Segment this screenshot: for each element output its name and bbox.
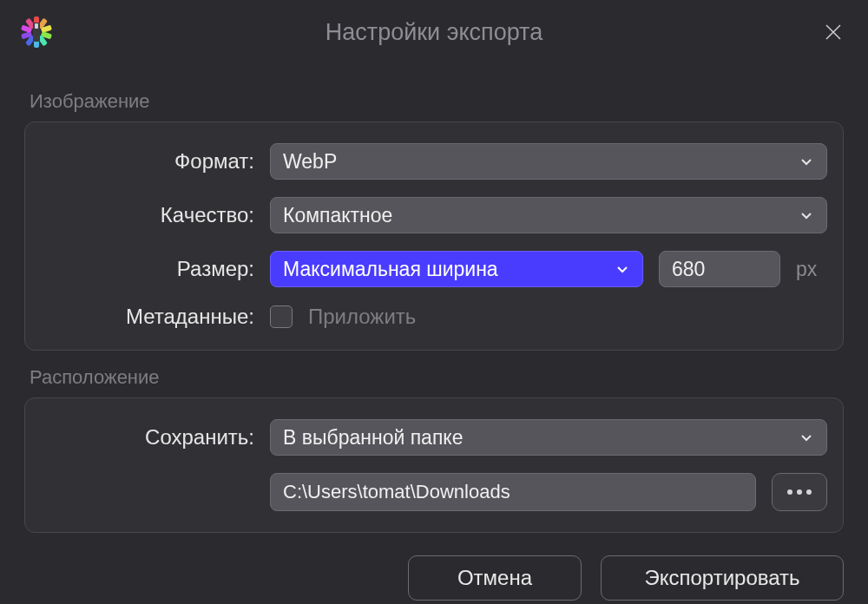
quality-select[interactable]: Компактное xyxy=(270,197,827,233)
save-location-select[interactable]: В выбранной папке xyxy=(270,419,827,456)
row-metadata: Метаданные: Приложить xyxy=(41,296,827,338)
row-size: Размер: Максимальная ширина 680 px xyxy=(41,242,827,296)
more-horizontal-icon xyxy=(787,489,792,495)
format-select-value: WebP xyxy=(283,150,337,174)
export-button[interactable]: Экспортировать xyxy=(601,555,844,601)
label-save: Сохранить: xyxy=(41,425,254,450)
metadata-checkbox[interactable] xyxy=(270,305,293,328)
chevron-down-icon xyxy=(799,154,814,169)
metadata-attach-label: Приложить xyxy=(308,305,416,329)
dialog-content: Изображение Формат: WebP Качество: Компа… xyxy=(0,64,868,533)
row-save: Сохранить: В выбранной папке xyxy=(41,410,827,464)
app-logo-icon xyxy=(17,13,56,51)
size-mode-select[interactable]: Максимальная ширина xyxy=(270,251,643,287)
close-icon xyxy=(823,22,844,43)
label-metadata: Метаданные: xyxy=(41,305,254,329)
label-size: Размер: xyxy=(41,257,254,281)
path-input[interactable]: C:\Users\tomat\Downloads xyxy=(270,473,756,511)
browse-button[interactable] xyxy=(772,473,827,511)
size-mode-value: Максимальная ширина xyxy=(283,258,498,281)
group-location: Сохранить: В выбранной папке . C:\Users\… xyxy=(24,397,844,533)
row-path: . C:\Users\tomat\Downloads xyxy=(41,464,827,520)
close-button[interactable] xyxy=(816,15,851,49)
cancel-button[interactable]: Отмена xyxy=(408,555,582,601)
svg-rect-11 xyxy=(35,23,38,29)
label-quality: Качество: xyxy=(41,203,254,227)
size-unit: px xyxy=(796,258,825,281)
chevron-down-icon xyxy=(799,207,814,223)
chevron-down-icon xyxy=(615,261,630,277)
group-image: Формат: WebP Качество: Компактное Размер… xyxy=(24,121,844,351)
dialog-footer: Отмена Экспортировать xyxy=(0,533,868,601)
row-quality: Качество: Компактное xyxy=(41,188,827,242)
titlebar: Настройки экспорта xyxy=(0,0,868,64)
format-select[interactable]: WebP xyxy=(270,143,827,180)
group-heading-image: Изображение xyxy=(30,90,844,113)
save-location-value: В выбранной папке xyxy=(283,426,463,450)
label-format: Формат: xyxy=(41,149,254,174)
row-format: Формат: WebP xyxy=(41,135,827,188)
chevron-down-icon xyxy=(799,430,814,445)
size-value-input[interactable]: 680 xyxy=(659,251,780,287)
group-heading-location: Расположение xyxy=(30,366,844,389)
dialog-title: Настройки экспорта xyxy=(0,19,868,46)
quality-select-value: Компактное xyxy=(283,204,392,227)
